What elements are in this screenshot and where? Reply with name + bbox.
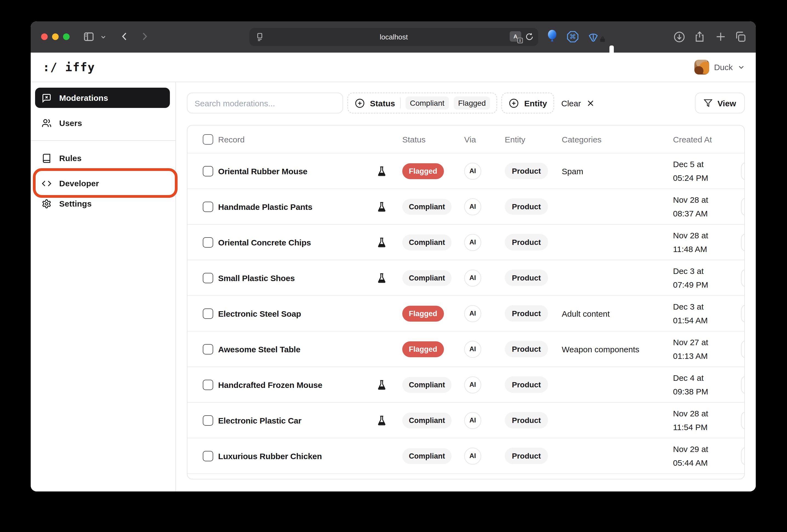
row-checkbox[interactable]	[203, 344, 213, 354]
entity-filter[interactable]: Entity	[502, 92, 554, 113]
new-tab-icon[interactable]	[715, 31, 727, 43]
created-time: 01:13 AM	[673, 349, 744, 363]
row-action-button-clipped[interactable]	[741, 376, 745, 394]
browser-toolbar: localhost A文 ⌘	[31, 21, 756, 52]
sidebar-item-settings[interactable]: Settings	[35, 193, 170, 214]
row-action-button-clipped[interactable]	[741, 305, 745, 323]
row-action-button-clipped[interactable]	[741, 162, 745, 180]
entity-badge: Product	[505, 163, 548, 179]
row-action-button-clipped[interactable]	[741, 269, 745, 287]
status-badge: Compliant	[402, 270, 452, 286]
row-action-button-clipped[interactable]	[741, 340, 745, 358]
tab-overview-icon[interactable]	[735, 31, 746, 43]
minimize-window-button[interactable]	[52, 34, 59, 40]
sidebar-item-developer[interactable]: Developer	[35, 173, 170, 193]
fan-extension-icon[interactable]	[587, 31, 600, 43]
created-at: Nov 29 at 05:44 AM	[673, 442, 744, 470]
flask-cell	[370, 237, 402, 247]
flask-icon	[377, 237, 387, 247]
via-badge: AI	[464, 305, 481, 322]
table-row[interactable]: Handcrafted Frozen Mouse Compliant AI Pr…	[187, 367, 744, 403]
table-row[interactable]: Electronic Plastic Car Compliant AI Prod…	[187, 403, 744, 438]
code-icon	[42, 178, 51, 188]
row-action-button-clipped[interactable]	[741, 198, 745, 216]
user-menu[interactable]: Duck	[694, 60, 745, 75]
balloon-extension-icon[interactable]	[546, 29, 558, 43]
forward-icon[interactable]	[139, 31, 150, 42]
status-badge: Compliant	[402, 234, 452, 250]
row-checkbox[interactable]	[203, 237, 213, 247]
address-bar[interactable]: localhost A文	[249, 28, 538, 46]
row-checkbox[interactable]	[203, 379, 213, 390]
row-checkbox[interactable]	[203, 166, 213, 176]
status-badge: Compliant	[402, 412, 452, 428]
flask-cell	[370, 201, 402, 212]
entity-badge: Product	[505, 377, 548, 393]
row-action-button-clipped[interactable]	[741, 233, 745, 252]
reload-icon[interactable]	[525, 32, 534, 41]
status-filter-label: Status	[370, 98, 395, 108]
share-icon[interactable]	[693, 29, 706, 43]
flask-icon	[377, 166, 387, 176]
close-icon	[587, 99, 595, 107]
row-action-button-clipped[interactable]	[741, 447, 745, 465]
status-chip-compliant[interactable]: Compliant	[406, 97, 449, 110]
status-badge: Flagged	[402, 163, 444, 179]
chevron-down-icon[interactable]	[100, 34, 106, 40]
row-checkbox[interactable]	[203, 415, 213, 425]
created-time: 11:54 PM	[673, 420, 744, 434]
svg-text:⌘: ⌘	[570, 33, 576, 40]
categories-text: Adult content	[562, 309, 673, 318]
created-date: Nov 29 at	[673, 442, 744, 456]
table-row[interactable]: Oriental Rubber Mouse Flagged AI Product…	[187, 153, 744, 189]
via-badge: AI	[464, 234, 481, 251]
sidebar-item-moderations[interactable]: Moderations	[35, 88, 170, 108]
table-row[interactable]: Awesome Steel Table Flagged AI Product W…	[187, 332, 744, 367]
via-badge: AI	[464, 269, 481, 286]
row-action-button-clipped[interactable]	[741, 411, 745, 429]
table-row[interactable]: Electronic Steel Soap Flagged AI Product…	[187, 296, 744, 332]
flask-cell	[370, 308, 402, 319]
clear-filters-button[interactable]: Clear	[561, 98, 595, 108]
created-at: Dec 3 at 01:54 AM	[673, 300, 744, 327]
table-row[interactable]: Luxurious Rubber Chicken Compliant AI Pr…	[187, 438, 744, 474]
translate-icon[interactable]: A文	[510, 31, 521, 42]
browser-window: localhost A文 ⌘	[31, 21, 756, 491]
status-badge: Flagged	[402, 305, 444, 321]
status-chip-flagged[interactable]: Flagged	[454, 97, 490, 110]
sidebar-item-label: Rules	[59, 153, 82, 163]
table-row[interactable]: Handmade Plastic Pants Compliant AI Prod…	[187, 189, 744, 225]
table-header-row: Record Status Via Entity Categories Crea…	[187, 126, 744, 153]
created-time: 01:54 AM	[673, 313, 744, 327]
created-time: 08:37 AM	[673, 207, 744, 220]
created-time: 05:24 PM	[673, 171, 744, 185]
downloads-icon[interactable]	[673, 31, 686, 43]
search-input[interactable]	[187, 92, 343, 113]
flask-cell	[370, 379, 402, 390]
sidebar-toggle-icon[interactable]	[83, 31, 95, 43]
sidebar-item-rules[interactable]: Rules	[35, 148, 170, 168]
sidebar-item-label: Settings	[59, 199, 91, 208]
close-window-button[interactable]	[41, 34, 48, 40]
view-button[interactable]: View	[695, 92, 745, 113]
sidebar-item-label: Moderations	[59, 93, 108, 103]
window-controls	[41, 34, 70, 40]
fullscreen-window-button[interactable]	[63, 34, 70, 40]
row-checkbox[interactable]	[203, 451, 213, 461]
sidebar-item-users[interactable]: Users	[35, 113, 170, 133]
entity-badge: Product	[505, 270, 548, 286]
row-checkbox[interactable]	[203, 273, 213, 283]
created-time: 05:44 AM	[673, 456, 744, 470]
page-settings-icon[interactable]	[255, 32, 265, 42]
select-all-checkbox[interactable]	[203, 134, 213, 144]
view-label: View	[717, 98, 736, 108]
created-date: Nov 27 at	[673, 335, 744, 349]
row-checkbox[interactable]	[203, 308, 213, 319]
status-filter[interactable]: Status Compliant Flagged	[347, 92, 497, 113]
table-row[interactable]: Oriental Concrete Chips Compliant AI Pro…	[187, 225, 744, 260]
record-name: Electronic Plastic Car	[218, 416, 370, 425]
back-icon[interactable]	[119, 31, 130, 42]
main-content: Status Compliant Flagged Entity Clear	[176, 82, 756, 491]
row-checkbox[interactable]	[203, 201, 213, 212]
table-row[interactable]: Small Plastic Shoes Compliant AI Product…	[187, 260, 744, 296]
